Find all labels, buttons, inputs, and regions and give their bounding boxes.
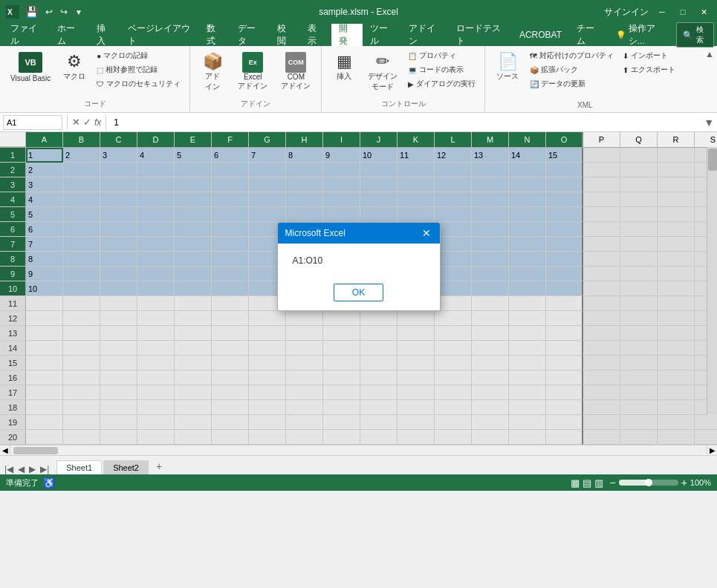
menu-formulas[interactable]: 数式 bbox=[199, 24, 230, 46]
sheet-tab-1[interactable]: Sheet1 bbox=[56, 460, 102, 474]
horizontal-scrollbar[interactable]: ◀ ▶ bbox=[0, 445, 717, 455]
macro-security-button[interactable]: 🛡 マクロのセキュリティ bbox=[94, 77, 184, 91]
controls-small-buttons: 📋 プロパティ 💻 コードの表示 ▶ ダイアログの実行 bbox=[405, 49, 478, 91]
col-header-17[interactable]: Q bbox=[620, 132, 658, 147]
customize-qat-icon[interactable]: ▼ bbox=[72, 7, 85, 18]
restore-button[interactable]: □ bbox=[675, 4, 690, 19]
col-header-10[interactable]: J bbox=[360, 132, 398, 147]
xml-import-export: ⬇ インポート ⬆ エクスポート bbox=[620, 49, 678, 76]
zoom-in-icon[interactable]: + bbox=[681, 477, 687, 489]
col-header-2[interactable]: B bbox=[63, 132, 100, 147]
ribbon-group-xml-content: 📄 ソース 🗺 対応付けのプロパティ 📦 拡張パック 🔄 データの更新 bbox=[491, 46, 678, 101]
signin-label[interactable]: サインイン bbox=[604, 6, 649, 19]
collapse-ribbon-button[interactable]: ▲ bbox=[702, 46, 717, 111]
menu-developer[interactable]: 開発 bbox=[331, 24, 363, 46]
view-code-button[interactable]: 💻 コードの表示 bbox=[405, 63, 478, 76]
sheet-tabs-bar: |◀ ◀ ▶ ▶| Sheet1 Sheet2 + bbox=[0, 455, 717, 474]
formula-expand-icon[interactable]: ▼ bbox=[704, 117, 714, 128]
sheet-last-button[interactable]: ▶| bbox=[39, 464, 51, 474]
macro-button[interactable]: ⚙ マクロ bbox=[58, 49, 91, 85]
menu-file[interactable]: ファイル bbox=[3, 24, 50, 46]
expansion-pack-button[interactable]: 📦 拡張パック bbox=[527, 63, 617, 76]
col-header-13[interactable]: M bbox=[472, 132, 509, 147]
minimize-button[interactable]: ─ bbox=[655, 4, 669, 19]
relative-reference-button[interactable]: ⬚ 相対参照で記録 bbox=[94, 63, 184, 76]
scroll-left-button[interactable]: ◀ bbox=[0, 445, 10, 456]
record-macro-button[interactable]: ● マクロの記録 bbox=[94, 49, 184, 62]
col-header-5[interactable]: E bbox=[175, 132, 212, 147]
menu-tools[interactable]: ツール bbox=[363, 24, 402, 46]
fx-icon[interactable]: fx bbox=[94, 117, 101, 128]
col-header-14[interactable]: N bbox=[509, 132, 546, 147]
menu-insert[interactable]: 挿入 bbox=[89, 24, 120, 46]
sheet-prev-button[interactable]: ◀ bbox=[16, 464, 26, 474]
confirm-formula-icon[interactable]: ✓ bbox=[83, 117, 91, 128]
col-headers-row: A B C D E F G H I J K L M N O P Q R S T bbox=[0, 132, 717, 148]
modal-ok-button[interactable]: OK bbox=[334, 284, 383, 301]
run-dialog-button[interactable]: ▶ ダイアログの実行 bbox=[405, 77, 478, 91]
zoom-slider[interactable] bbox=[619, 480, 678, 486]
ribbon-code-small: ● マクロの記録 ⬚ 相対参照で記録 🛡 マクロのセキュリティ bbox=[94, 49, 184, 91]
menu-home[interactable]: ホーム bbox=[50, 24, 89, 46]
col-header-8[interactable]: H bbox=[286, 132, 323, 147]
col-header-6[interactable]: F bbox=[212, 132, 249, 147]
ribbon-search-box[interactable]: 🔍 検索 bbox=[676, 24, 714, 46]
com-addin-icon: COM bbox=[285, 52, 306, 73]
cancel-formula-icon[interactable]: ✕ bbox=[72, 117, 80, 128]
page-break-view-icon[interactable]: ▥ bbox=[594, 477, 603, 489]
add-sheet-button[interactable]: + bbox=[150, 458, 168, 474]
source-button[interactable]: 📄 ソース bbox=[491, 49, 524, 85]
col-header-16[interactable]: P bbox=[583, 132, 620, 147]
menu-help-search[interactable]: 💡 操作アシ... bbox=[609, 24, 674, 46]
import-button[interactable]: ⬇ インポート bbox=[620, 49, 678, 62]
modal-close-button[interactable]: ✕ bbox=[421, 227, 432, 239]
redo-icon[interactable]: ↪ bbox=[57, 5, 71, 19]
sheet-tab-2[interactable]: Sheet2 bbox=[103, 460, 149, 474]
menu-data[interactable]: データ bbox=[230, 24, 270, 46]
com-addin-button[interactable]: COM COMアドイン bbox=[276, 49, 315, 94]
menu-page-layout[interactable]: ページレイアウト bbox=[120, 24, 200, 46]
col-header-19[interactable]: S bbox=[695, 132, 717, 147]
add-in-button[interactable]: 📦 アドイン bbox=[196, 49, 229, 95]
zoom-out-icon[interactable]: − bbox=[609, 477, 615, 489]
source-icon: 📄 bbox=[498, 52, 518, 71]
col-header-15[interactable]: O bbox=[546, 132, 583, 147]
normal-view-icon[interactable]: ▦ bbox=[571, 477, 580, 489]
col-header-4[interactable]: D bbox=[137, 132, 175, 147]
zoom-level-label: 100% bbox=[690, 478, 711, 487]
scroll-thumb-h[interactable] bbox=[13, 447, 58, 454]
menu-team[interactable]: チーム bbox=[569, 24, 609, 46]
name-box[interactable]: A1 bbox=[3, 115, 62, 130]
sheet-next-button[interactable]: ▶ bbox=[27, 464, 37, 474]
excel-icon: X bbox=[6, 5, 19, 19]
scroll-right-button[interactable]: ▶ bbox=[707, 445, 717, 456]
save-icon[interactable]: 💾 bbox=[22, 4, 41, 19]
quick-access-toolbar: 💾 ↩ ↪ ▼ bbox=[22, 4, 85, 19]
formula-input[interactable] bbox=[111, 117, 701, 128]
visual-basic-button[interactable]: VB Visual Basic bbox=[6, 49, 55, 85]
export-button[interactable]: ⬆ エクスポート bbox=[620, 63, 678, 76]
map-properties-button[interactable]: 🗺 対応付けのプロパティ bbox=[527, 49, 617, 62]
close-button[interactable]: ✕ bbox=[696, 4, 711, 19]
properties-button[interactable]: 📋 プロパティ bbox=[405, 49, 478, 62]
insert-control-button[interactable]: ▦ 挿入 bbox=[328, 49, 360, 85]
col-header-12[interactable]: L bbox=[435, 132, 472, 147]
page-layout-view-icon[interactable]: ▤ bbox=[583, 477, 591, 489]
sheet-first-button[interactable]: |◀ bbox=[3, 464, 15, 474]
menu-addin[interactable]: アドイン bbox=[401, 24, 448, 46]
menu-view[interactable]: 表示 bbox=[300, 24, 331, 46]
col-header-3[interactable]: C bbox=[100, 132, 137, 147]
undo-icon[interactable]: ↩ bbox=[42, 5, 56, 19]
col-header-18[interactable]: R bbox=[658, 132, 695, 147]
menu-acrobat[interactable]: ACROBAT bbox=[512, 24, 569, 46]
col-header-11[interactable]: K bbox=[398, 132, 435, 147]
col-header-1[interactable]: A bbox=[26, 132, 63, 147]
menu-review[interactable]: 校閲 bbox=[270, 24, 301, 46]
design-mode-button[interactable]: ✏ デザインモード bbox=[363, 49, 402, 95]
refresh-data-button[interactable]: 🔄 データの更新 bbox=[527, 77, 617, 91]
col-header-9[interactable]: I bbox=[323, 132, 360, 147]
col-header-7[interactable]: G bbox=[249, 132, 286, 147]
excel-addin-button[interactable]: Ex Excelアドイン bbox=[233, 49, 272, 94]
zoom-slider-thumb[interactable] bbox=[645, 479, 652, 486]
menu-load-test[interactable]: ロードテスト bbox=[449, 24, 512, 46]
